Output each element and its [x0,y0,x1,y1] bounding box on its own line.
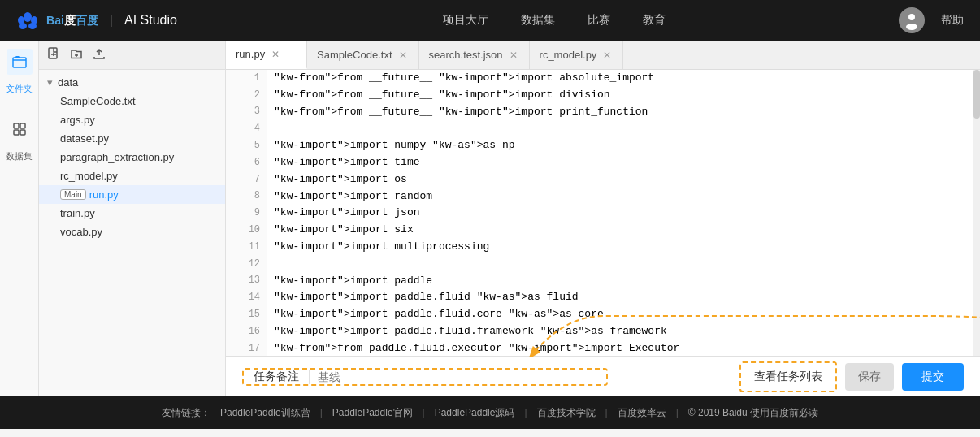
nav-item-projects[interactable]: 项目大厅 [443,13,488,28]
tab-label: rc_model.py [540,49,597,61]
line-content: "kw-from">from __future__ "kw-import">im… [267,87,973,104]
file-list: ▾ data SampleCode.txt args.py dataset.py… [39,70,225,396]
action-buttons-right: 查看任务列表 保存 提交 [739,361,964,392]
line-number: 6 [226,154,267,171]
svg-rect-11 [20,130,25,135]
file-item-rcmodel[interactable]: rc_model.py [39,167,225,185]
nav-item-datasets[interactable]: 数据集 [521,13,555,28]
code-line: 15 "kw-import">import paddle.fluid.core … [226,306,973,323]
line-content: "kw-import">import time [267,154,973,171]
ai-studio-label: AI Studio [124,13,177,28]
line-content: "kw-import">import random [267,188,973,206]
line-content: "kw-import">import six [267,222,973,239]
code-line: 13 "kw-import">import paddle [226,273,973,290]
scrollbar-thumb[interactable] [973,70,980,119]
code-line: 9 "kw-import">import json [226,205,973,222]
code-editor[interactable]: 1 "kw-from">from __future__ "kw-import">… [226,70,973,356]
close-icon[interactable]: ✕ [601,49,613,62]
code-line: 14 "kw-import">import paddle.fluid "kw-a… [226,289,973,306]
file-name: SampleCode.txt [60,95,136,107]
avatar[interactable] [899,7,925,33]
submit-button[interactable]: 提交 [902,363,964,391]
file-name: run.py [89,188,119,201]
view-tasks-button[interactable]: 查看任务列表 [739,361,837,392]
datasets-label: 数据集 [6,150,33,162]
tab-searchtestjson[interactable]: search.test.json ✕ [419,41,530,69]
code-line: 7 "kw-import">import os [226,171,973,188]
logo: Bai度百度 | AI Studio [16,11,177,30]
save-button[interactable]: 保存 [845,363,894,391]
file-item-train[interactable]: train.py [39,204,225,223]
footer-link-paddleofficial[interactable]: PaddlePaddle官网 [332,406,413,420]
line-number: 1 [226,70,267,87]
file-item-paragraph[interactable]: paragraph_extraction.py [39,148,225,167]
line-content: "kw-import">import os [267,171,973,188]
editor-area: run.py ✕ SampleCode.txt ✕ search.test.js… [226,41,980,396]
line-number: 7 [226,171,267,188]
file-name: paragraph_extraction.py [60,151,174,163]
folder-data[interactable]: ▾ data [39,73,225,92]
line-number: 4 [226,120,267,137]
code-line: 8 "kw-import">import random [226,188,973,206]
nav-right: 帮助 [899,7,964,33]
line-content: "kw-from">from __future__ "kw-import">im… [267,70,973,87]
svg-rect-12 [49,48,57,58]
line-content: "kw-import">import multiprocessing [267,239,973,256]
svg-point-4 [28,23,37,29]
svg-point-5 [908,14,915,20]
sidebar-datasets-icon[interactable] [7,116,33,142]
file-explorer: ▾ data SampleCode.txt args.py dataset.py… [39,41,226,396]
svg-rect-10 [14,130,19,135]
nav-item-education[interactable]: 教育 [643,13,666,28]
file-item-args[interactable]: args.py [39,110,225,129]
code-line: 17 "kw-from">from paddle.fluid.executor … [226,340,973,356]
line-content: "kw-import">import paddle.fluid.core "kw… [267,306,973,323]
line-content: "kw-from">from paddle.fluid.executor "kw… [267,340,973,356]
file-item-samplecode[interactable]: SampleCode.txt [39,92,225,110]
task-remark-label: 任务备注 [244,370,310,384]
footer-prefix: 友情链接： [162,406,210,420]
top-navigation: Bai度百度 | AI Studio 项目大厅 数据集 比赛 教育 帮助 [0,0,980,41]
svg-point-6 [906,24,917,30]
footer-link-paddlesource[interactable]: PaddlePaddle源码 [435,406,515,420]
tab-samplecode[interactable]: SampleCode.txt ✕ [307,41,419,69]
svg-point-3 [19,23,27,29]
file-item-vocab[interactable]: vocab.py [39,223,225,241]
file-item-dataset[interactable]: dataset.py [39,129,225,148]
file-name: rc_model.py [60,170,118,182]
tab-runpy[interactable]: run.py ✕ [226,41,307,69]
file-toolbar [39,41,225,70]
close-icon[interactable]: ✕ [508,49,519,62]
close-icon[interactable]: ✕ [397,49,409,62]
line-number: 9 [226,205,267,222]
baseline-input[interactable] [310,370,606,384]
scrollbar[interactable] [973,70,980,356]
help-link[interactable]: 帮助 [941,13,964,28]
code-editor-wrapper: ◀ 1 "kw-from">from __future__ "kw-import… [226,70,980,356]
file-name: args.py [60,114,95,126]
line-number: 2 [226,87,267,104]
footer-link-paddlecamp[interactable]: PaddlePaddle训练营 [220,406,310,420]
upload-btn[interactable] [93,47,106,63]
line-number: 14 [226,289,267,306]
close-icon[interactable]: ✕ [270,48,281,61]
line-number: 16 [226,323,267,340]
tab-rcmodel[interactable]: rc_model.py ✕ [530,41,624,69]
nav-item-competition[interactable]: 比赛 [588,13,610,28]
code-line: 10 "kw-import">import six [226,222,973,239]
footer-divider: | [676,407,679,418]
line-number: 17 [226,340,267,356]
code-line: 3 "kw-from">from __future__ "kw-import">… [226,104,973,121]
new-file-btn[interactable] [47,47,60,63]
footer-divider: | [320,407,323,418]
new-folder-btn[interactable] [70,47,83,63]
file-item-runpy[interactable]: Main run.py [39,185,225,204]
line-number: 3 [226,104,267,121]
footer-link-baiduai[interactable]: 百度技术学院 [537,406,596,420]
sidebar-files-icon[interactable] [7,49,33,75]
footer-link-baiducloud[interactable]: 百度效率云 [618,406,666,420]
sidebar-icons: 文件夹 数据集 [0,41,39,396]
svg-rect-8 [14,123,19,128]
chevron-down-icon: ▾ [47,76,53,89]
line-content: "kw-import">import paddle [267,273,973,290]
